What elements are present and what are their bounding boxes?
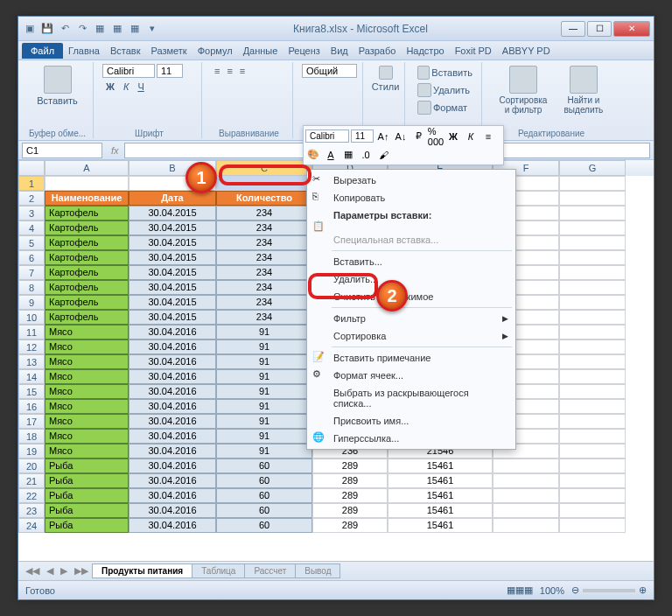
cell[interactable] (559, 265, 626, 280)
cell[interactable] (559, 503, 626, 518)
ctx-cut[interactable]: ✂Вырезать (307, 172, 515, 189)
row-header[interactable]: 8 (18, 280, 45, 295)
cell[interactable] (493, 488, 559, 503)
row-header[interactable]: 10 (18, 310, 45, 325)
cell[interactable]: Картофель (45, 310, 129, 325)
cell[interactable] (559, 310, 626, 325)
fx-label[interactable]: fx (106, 145, 124, 156)
zoom-in-button[interactable]: ⊕ (639, 584, 647, 596)
cell[interactable]: 30.04.2015 (129, 265, 216, 280)
tab-addins[interactable]: Надстро (401, 43, 449, 59)
cell[interactable]: 15461 (388, 488, 493, 503)
row-header[interactable]: 11 (18, 325, 45, 340)
view-layout-icon[interactable]: ▦ (515, 584, 524, 596)
cell[interactable]: Картофель (45, 220, 129, 235)
cell[interactable]: 289 (312, 473, 388, 488)
cell[interactable]: Рыба (45, 518, 129, 533)
cell[interactable]: 30.04.2015 (129, 280, 216, 295)
maximize-button[interactable]: ☐ (587, 21, 612, 37)
cell[interactable]: 30.04.2016 (129, 503, 216, 518)
row-header[interactable]: 12 (18, 340, 45, 354)
row-header[interactable]: 22 (18, 488, 45, 503)
row-header[interactable]: 3 (18, 206, 45, 220)
cell[interactable]: 30.04.2016 (129, 488, 216, 503)
cell[interactable]: 289 (312, 518, 388, 533)
row-header[interactable]: 14 (18, 369, 45, 384)
cell[interactable]: 91 (216, 325, 312, 340)
view-break-icon[interactable]: ▦ (524, 584, 533, 596)
cell[interactable] (559, 399, 626, 414)
cell[interactable] (45, 176, 129, 191)
cell[interactable]: 234 (216, 280, 312, 295)
tab-abbyy[interactable]: ABBYY PD (497, 43, 556, 59)
cell[interactable] (559, 220, 626, 235)
row-header[interactable]: 5 (18, 235, 45, 250)
format-cells-button[interactable]: Формат (414, 99, 476, 116)
ctx-clear[interactable]: Очистить содержимое (307, 288, 515, 305)
cell[interactable]: 30.04.2016 (129, 473, 216, 488)
cell[interactable] (493, 458, 559, 473)
cell[interactable]: Рыба (45, 488, 129, 503)
cell[interactable]: 30.04.2015 (129, 250, 216, 265)
cell[interactable] (559, 250, 626, 265)
ctx-delete[interactable]: Удалить... (307, 270, 515, 288)
cell[interactable]: 91 (216, 444, 312, 458)
cell[interactable] (559, 354, 626, 369)
fontsize-combo[interactable]: 11 (157, 64, 183, 78)
row-header[interactable]: 16 (18, 399, 45, 414)
cell[interactable]: Картофель (45, 295, 129, 310)
number-format-combo[interactable]: Общий (302, 64, 357, 78)
cell[interactable] (559, 280, 626, 295)
col-header[interactable]: A (45, 160, 129, 176)
col-header[interactable]: G (559, 160, 626, 176)
ctx-name[interactable]: Присвоить имя... (307, 412, 515, 430)
sheet-nav-last[interactable]: ▶▶ (71, 564, 92, 578)
cell[interactable]: 30.04.2016 (129, 340, 216, 354)
sheet-nav-first[interactable]: ◀◀ (22, 564, 43, 578)
cell[interactable] (559, 206, 626, 220)
cell[interactable]: 30.04.2015 (129, 206, 216, 220)
shrink-font-icon[interactable]: A↓ (393, 129, 409, 144)
cell[interactable] (559, 295, 626, 310)
cell[interactable] (559, 384, 626, 399)
view-normal-icon[interactable]: ▦ (507, 584, 515, 596)
cell[interactable]: 91 (216, 340, 312, 354)
ctx-dropdown[interactable]: Выбрать из раскрывающегося списка... (307, 384, 515, 412)
tab-foxit[interactable]: Foxit PD (450, 43, 497, 59)
cell[interactable] (559, 176, 626, 191)
cell[interactable] (559, 325, 626, 340)
redo-icon[interactable]: ↷ (74, 21, 90, 37)
sheet-tab[interactable]: Рассчет (244, 564, 296, 578)
row-header[interactable]: 19 (18, 444, 45, 458)
row-header[interactable]: 2 (18, 191, 45, 206)
cell[interactable]: 30.04.2016 (129, 429, 216, 444)
row-header[interactable]: 20 (18, 458, 45, 473)
percent-icon[interactable]: % 000 (428, 129, 444, 144)
cell[interactable]: 30.04.2016 (129, 325, 216, 340)
file-tab[interactable]: Файл (22, 43, 63, 59)
qa-dropdown-icon[interactable]: ▾ (144, 21, 160, 37)
select-all[interactable] (18, 160, 45, 176)
cell[interactable]: 60 (216, 503, 312, 518)
row-header[interactable]: 7 (18, 265, 45, 280)
tab-data[interactable]: Данные (238, 43, 284, 59)
tab-review[interactable]: Реценз (283, 43, 325, 59)
cell[interactable] (559, 458, 626, 473)
cell[interactable]: Рыба (45, 503, 129, 518)
cell[interactable]: 30.04.2015 (129, 310, 216, 325)
tab-view[interactable]: Вид (326, 43, 354, 59)
save-icon[interactable]: 💾 (39, 21, 55, 37)
underline-button[interactable]: Ч (134, 80, 147, 94)
sheet-nav-prev[interactable]: ◀ (43, 564, 57, 578)
cell[interactable]: 234 (216, 206, 312, 220)
cell[interactable] (493, 473, 559, 488)
cell[interactable]: 30.04.2015 (129, 220, 216, 235)
insert-cells-button[interactable]: Вставить (414, 64, 476, 81)
sort-filter-button[interactable]: Сортировка и фильтр (491, 64, 556, 116)
cell[interactable] (559, 340, 626, 354)
minimize-button[interactable]: — (561, 21, 585, 37)
cell[interactable]: 60 (216, 488, 312, 503)
ctx-format[interactable]: ⚙Формат ячеек... (307, 367, 515, 384)
tab-home[interactable]: Главна (63, 43, 105, 59)
cell[interactable] (559, 518, 626, 533)
